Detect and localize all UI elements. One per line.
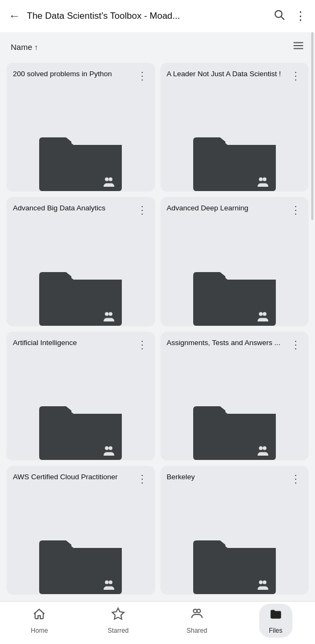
svg-point-6 <box>109 178 113 181</box>
folder-card[interactable]: 200 solved problems in Python ⋮ <box>6 63 155 192</box>
folder-card[interactable]: Assignments, Tests and Answers ... ⋮ <box>160 332 309 460</box>
folder-svg <box>189 265 280 326</box>
folder-svg <box>35 399 126 460</box>
shared-icon <box>190 607 204 625</box>
folder-icon-wrap <box>167 93 303 192</box>
files-pill: Files <box>259 604 292 638</box>
list-view-icon[interactable] <box>292 40 304 54</box>
svg-point-15 <box>259 446 262 450</box>
nav-files-label: Files <box>269 627 282 634</box>
svg-line-1 <box>281 17 284 19</box>
folder-svg <box>189 130 280 192</box>
folder-card-header: Advanced Deep Learning ⋮ <box>167 203 303 227</box>
folder-menu-icon[interactable]: ⋮ <box>289 338 302 351</box>
folder-svg-container <box>13 533 149 595</box>
folder-icon-wrap <box>167 496 303 595</box>
folder-card[interactable]: Berkeley ⋮ <box>160 466 309 595</box>
folder-menu-icon[interactable]: ⋮ <box>136 203 149 216</box>
folder-svg-container <box>167 399 303 460</box>
folder-card-header: 200 solved problems in Python ⋮ <box>13 69 149 93</box>
folder-title: 200 solved problems in Python <box>13 69 136 79</box>
star-icon <box>111 607 125 625</box>
folder-menu-icon[interactable]: ⋮ <box>289 472 302 485</box>
sort-row: Name ↑ <box>0 32 315 58</box>
folder-grid: 200 solved problems in Python ⋮ <box>0 58 315 601</box>
folder-card-header: Advanced Big Data Analytics ⋮ <box>13 203 149 227</box>
folder-svg-container <box>13 130 149 192</box>
svg-point-12 <box>262 312 266 316</box>
svg-point-14 <box>109 446 113 450</box>
folder-svg-container <box>167 533 303 595</box>
folder-icon-wrap <box>13 496 149 595</box>
svg-point-8 <box>262 178 266 181</box>
folder-title: Assignments, Tests and Answers ... <box>167 338 290 348</box>
folder-icon-wrap <box>167 362 303 460</box>
folder-svg-container <box>167 130 303 192</box>
sort-name-label: Name <box>11 42 32 52</box>
svg-point-10 <box>109 312 113 316</box>
folder-card[interactable]: A Leader Not Just A Data Scientist ! ⋮ <box>160 63 309 192</box>
svg-point-23 <box>197 609 201 613</box>
svg-point-16 <box>262 446 266 450</box>
folder-menu-icon[interactable]: ⋮ <box>136 338 149 351</box>
scrollbar[interactable] <box>311 32 313 220</box>
folder-menu-icon[interactable]: ⋮ <box>136 69 149 82</box>
folder-svg-container <box>13 399 149 460</box>
back-button[interactable]: ← <box>9 9 20 23</box>
folder-icon-wrap <box>13 93 149 192</box>
folder-icon-wrap <box>13 362 149 460</box>
folder-svg <box>189 399 280 460</box>
folder-card-header: A Leader Not Just A Data Scientist ! ⋮ <box>167 69 303 93</box>
top-bar-icons: ⋮ <box>273 9 306 24</box>
folder-svg <box>189 533 280 595</box>
svg-point-20 <box>262 581 266 584</box>
page-title: The Data Scientist's Toolbox - Moad... <box>27 11 267 21</box>
svg-point-9 <box>105 312 109 316</box>
folder-card[interactable]: Advanced Big Data Analytics ⋮ <box>6 197 155 326</box>
nav-shared-label: Shared <box>187 627 208 634</box>
more-options-icon[interactable]: ⋮ <box>295 9 306 23</box>
svg-point-13 <box>105 446 109 450</box>
folder-card-header: AWS Certified Cloud Practitioner ⋮ <box>13 472 149 496</box>
svg-point-5 <box>105 178 109 181</box>
folder-card[interactable]: Artificial Intelligence ⋮ <box>6 332 155 460</box>
folder-icon-wrap <box>167 227 303 326</box>
search-icon[interactable] <box>273 9 285 24</box>
nav-item-shared[interactable]: Shared <box>158 607 237 634</box>
svg-point-11 <box>259 312 262 316</box>
folder-menu-icon[interactable]: ⋮ <box>289 203 302 216</box>
nav-item-home[interactable]: Home <box>0 607 79 634</box>
folder-card[interactable]: Advanced Deep Learning ⋮ <box>160 197 309 326</box>
folder-title: A Leader Not Just A Data Scientist ! <box>167 69 290 79</box>
svg-point-19 <box>259 581 262 584</box>
files-folder-icon <box>269 607 283 625</box>
folder-svg-container <box>167 265 303 326</box>
nav-home-label: Home <box>31 627 48 634</box>
svg-marker-21 <box>112 608 124 619</box>
folder-card-header: Berkeley ⋮ <box>167 472 303 496</box>
folder-title: Artificial Intelligence <box>13 338 136 348</box>
svg-point-17 <box>105 581 109 584</box>
folder-icon-wrap <box>13 227 149 326</box>
folder-menu-icon[interactable]: ⋮ <box>289 69 302 82</box>
folder-svg-container <box>13 265 149 326</box>
bottom-nav: Home Starred Shared <box>0 601 315 644</box>
folder-card-header: Assignments, Tests and Answers ... ⋮ <box>167 338 303 362</box>
svg-point-7 <box>259 178 262 181</box>
folder-menu-icon[interactable]: ⋮ <box>136 472 149 485</box>
folder-svg <box>35 130 126 192</box>
folder-svg <box>35 533 126 595</box>
folder-title: AWS Certified Cloud Practitioner <box>13 472 136 482</box>
folder-title: Advanced Deep Learning <box>167 203 290 214</box>
folder-svg <box>35 265 126 326</box>
nav-starred-label: Starred <box>107 627 128 634</box>
folder-card-header: Artificial Intelligence ⋮ <box>13 338 149 362</box>
svg-point-22 <box>193 609 197 613</box>
sort-label[interactable]: Name ↑ <box>11 42 38 52</box>
svg-point-18 <box>109 581 113 584</box>
top-bar: ← The Data Scientist's Toolbox - Moad...… <box>0 0 315 32</box>
folder-card[interactable]: AWS Certified Cloud Practitioner ⋮ <box>6 466 155 595</box>
nav-item-files[interactable]: Files <box>236 604 315 638</box>
folder-title: Advanced Big Data Analytics <box>13 203 136 214</box>
nav-item-starred[interactable]: Starred <box>79 607 158 634</box>
